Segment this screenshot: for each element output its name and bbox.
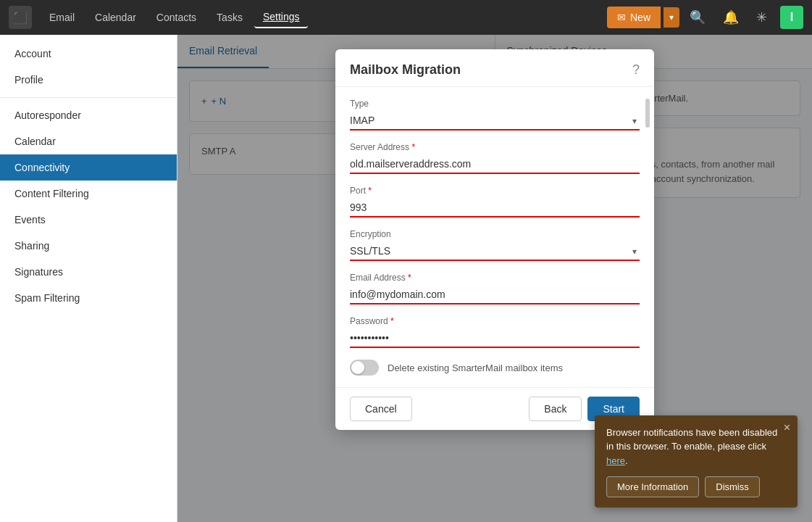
modal-scrollbar[interactable] (645, 93, 650, 386)
nav-tasks[interactable]: Tasks (208, 7, 251, 28)
nav-settings[interactable]: Settings (254, 7, 309, 28)
modal-body: Type IMAP POP3 Exchange ▾ (335, 87, 654, 387)
modal-title: Mailbox Migration (350, 62, 461, 78)
toggle-row: Delete existing SmarterMail mailbox item… (350, 360, 640, 376)
modal-header: Mailbox Migration ? (335, 49, 654, 87)
toast-message: Browser notifications have been disabled… (606, 426, 786, 468)
sidebar-item-events[interactable]: Events (0, 207, 177, 233)
type-label: Type (350, 99, 640, 109)
email-required: * (408, 273, 411, 283)
email-address-input[interactable] (350, 286, 640, 304)
toggle-label: Delete existing SmarterMail mailbox item… (388, 362, 563, 373)
port-required: * (368, 186, 372, 196)
back-button[interactable]: Back (529, 397, 582, 421)
toast-period: . (625, 455, 628, 466)
search-icon[interactable]: 🔍 (682, 5, 713, 30)
server-field-group: Server Address * (350, 142, 640, 174)
encryption-select[interactable]: SSL/TLS TLS None (350, 242, 640, 261)
sidebar-item-autoresponder[interactable]: Autoresponder (0, 102, 177, 128)
delete-mailbox-toggle[interactable] (350, 360, 379, 376)
sidebar-item-account[interactable]: Account (0, 41, 177, 67)
sidebar: Account Profile Autoresponder Calendar C… (0, 35, 177, 522)
toast-here-link[interactable]: here (606, 455, 625, 466)
server-required: * (411, 142, 415, 152)
new-button-label: New (630, 12, 650, 23)
user-avatar[interactable]: I (780, 6, 803, 29)
sidebar-divider-1 (0, 97, 177, 98)
new-button-dropdown[interactable]: ▾ (664, 7, 679, 28)
type-select-wrapper: IMAP POP3 Exchange ▾ (350, 112, 640, 130)
sidebar-item-content-filtering[interactable]: Content Filtering (0, 181, 177, 207)
modal-scroll-thumb (645, 99, 650, 128)
logo-icon: ⬛ (13, 11, 28, 25)
sidebar-item-sharing[interactable]: Sharing (0, 233, 177, 259)
server-address-input[interactable] (350, 155, 640, 174)
encryption-label: Encryption (350, 229, 640, 239)
top-navigation: ⬛ Email Calendar Contacts Tasks Settings… (0, 0, 812, 35)
toggle-knob (351, 361, 364, 374)
dismiss-button[interactable]: Dismiss (705, 476, 760, 497)
encryption-select-wrapper: SSL/TLS TLS None ▾ (350, 242, 640, 261)
sidebar-item-signatures[interactable]: Signatures (0, 259, 177, 285)
more-information-button[interactable]: More Information (606, 476, 699, 497)
toast-buttons: More Information Dismiss (606, 476, 786, 497)
type-select[interactable]: IMAP POP3 Exchange (350, 112, 640, 130)
nav-contacts[interactable]: Contacts (148, 7, 205, 28)
settings-icon[interactable]: ✳ (749, 5, 774, 30)
notification-toast: × Browser notifications have been disabl… (595, 415, 798, 508)
port-field-group: Port * (350, 186, 640, 218)
new-button-icon: ✉ (617, 12, 626, 23)
password-input[interactable] (350, 329, 640, 348)
password-field-group: Password * (350, 316, 640, 348)
nav-email[interactable]: Email (41, 7, 83, 28)
type-field-group: Type IMAP POP3 Exchange ▾ (350, 99, 640, 130)
server-label: Server Address * (350, 142, 640, 152)
nav-calendar[interactable]: Calendar (86, 7, 145, 28)
port-label: Port * (350, 186, 640, 196)
main-content: Email Retrieval Synchronized Devices + +… (177, 35, 812, 522)
sidebar-item-profile[interactable]: Profile (0, 67, 177, 93)
email-field-group: Email Address * (350, 273, 640, 304)
password-label: Password * (350, 316, 640, 326)
sidebar-item-spam-filtering[interactable]: Spam Filtering (0, 285, 177, 311)
email-label: Email Address * (350, 273, 640, 283)
main-layout: Account Profile Autoresponder Calendar C… (0, 35, 812, 522)
password-required: * (390, 316, 394, 326)
port-input[interactable] (350, 199, 640, 218)
encryption-field-group: Encryption SSL/TLS TLS None ▾ (350, 229, 640, 261)
app-logo[interactable]: ⬛ (9, 6, 32, 29)
bell-icon[interactable]: 🔔 (716, 5, 746, 30)
modal-help-icon[interactable]: ? (632, 62, 640, 78)
sidebar-item-connectivity[interactable]: Connectivity (0, 154, 177, 181)
toast-close-button[interactable]: × (784, 421, 790, 434)
mailbox-migration-modal: Mailbox Migration ? Type IMAP POP3 (335, 49, 654, 430)
sidebar-item-calendar[interactable]: Calendar (0, 128, 177, 154)
new-button[interactable]: ✉ New (607, 7, 661, 28)
cancel-button[interactable]: Cancel (350, 397, 412, 421)
